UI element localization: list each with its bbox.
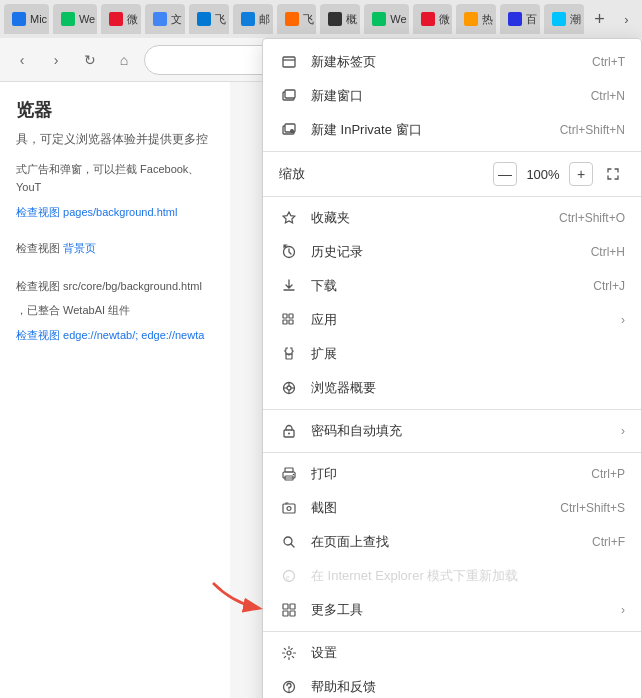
svg-rect-10 (283, 57, 295, 67)
tab-label-fei2: 飞 (303, 12, 314, 27)
find-icon (279, 532, 299, 552)
tab-label-weibo: 微 (127, 12, 138, 27)
tab-we2[interactable]: We (364, 4, 408, 34)
menu-item-extensions[interactable]: 扩展 (263, 337, 641, 371)
tab-eagle[interactable]: 概 (320, 4, 360, 34)
menu-item-ie-mode: e 在 Internet Explorer 模式下重新加载 (263, 559, 641, 593)
page-section2-label: 检查视图 背景页 (16, 240, 214, 258)
menu-label-print: 打印 (311, 465, 571, 483)
svg-point-30 (288, 433, 290, 435)
svg-rect-35 (283, 504, 295, 513)
menu-item-find[interactable]: 在页面上查找 Ctrl+F (263, 525, 641, 559)
menu-item-settings[interactable]: 设置 (263, 636, 641, 670)
svg-point-24 (287, 386, 291, 390)
svg-point-34 (293, 474, 295, 476)
menu-shortcut-screenshot: Ctrl+Shift+S (560, 501, 625, 515)
menu-item-new-inprivate[interactable]: 新建 InPrivate 窗口 Ctrl+Shift+N (263, 113, 641, 147)
help-icon (279, 677, 299, 697)
downloads-icon (279, 276, 299, 296)
zoom-minus-button[interactable]: — (493, 162, 517, 186)
tab-mail[interactable]: 邮 (233, 4, 273, 34)
page-section-2: 检查视图 背景页 (16, 240, 214, 258)
tab-mic[interactable]: Mic (4, 4, 49, 34)
tab-favicon-we (61, 12, 75, 26)
svg-rect-18 (283, 314, 287, 318)
menu-item-favorites[interactable]: 收藏夹 Ctrl+Shift+O (263, 201, 641, 235)
tab-trans[interactable]: 文 (145, 4, 185, 34)
menu-shortcut-new-tab: Ctrl+T (592, 55, 625, 69)
add-tab-button[interactable]: + (588, 5, 611, 33)
tab-chao[interactable]: 潮 (544, 4, 584, 34)
svg-point-46 (287, 651, 291, 655)
page-content: 览器 具，可定义浏览器体验并提供更多控 式广告和弹窗，可以拦截 Facebook… (0, 82, 230, 698)
forward-button[interactable]: › (42, 46, 70, 74)
menu-item-apps[interactable]: 应用 › (263, 303, 641, 337)
menu-label-browser-overview: 浏览器概要 (311, 379, 625, 397)
tab-label-eagle: 概 (346, 12, 357, 27)
tab-label-fei1: 飞 (215, 12, 226, 27)
menu-item-print[interactable]: 打印 Ctrl+P (263, 457, 641, 491)
menu-item-screenshot[interactable]: 截图 Ctrl+Shift+S (263, 491, 641, 525)
page-text-2: 检查视图 src/core/bg/background.html (16, 278, 214, 296)
menu-label-extensions: 扩展 (311, 345, 625, 363)
zoom-expand-button[interactable] (601, 162, 625, 186)
menu-divider-4 (263, 452, 641, 453)
tab-fei1[interactable]: 飞 (189, 4, 229, 34)
menu-label-new-window: 新建窗口 (311, 87, 571, 105)
menu-divider-3 (263, 409, 641, 410)
more-tabs-button[interactable]: › (615, 5, 638, 33)
menu-item-more-tools[interactable]: 更多工具 › (263, 593, 641, 627)
page-check-label: 检查视图 (16, 242, 63, 254)
tab-weibo2[interactable]: 微 (413, 4, 453, 34)
home-button[interactable]: ⌂ (110, 46, 138, 74)
new-window-icon (279, 86, 299, 106)
passwords-arrow: › (621, 424, 625, 438)
svg-line-38 (291, 544, 294, 547)
menu-item-new-window[interactable]: 新建窗口 Ctrl+N (263, 79, 641, 113)
page-link-1[interactable]: 检查视图 pages/background.html (16, 206, 177, 218)
menu-item-browser-overview[interactable]: 浏览器概要 (263, 371, 641, 405)
tab-hot[interactable]: 热 (456, 4, 496, 34)
menu-divider-1 (263, 151, 641, 152)
tab-label-mail: 邮 (259, 12, 270, 27)
tab-baidu[interactable]: 百 (500, 4, 540, 34)
menu-label-help: 帮助和反馈 (311, 678, 625, 696)
tab-fei2[interactable]: 飞 (277, 4, 317, 34)
page-link-background[interactable]: 背景页 (63, 242, 96, 254)
svg-text:e: e (286, 573, 290, 582)
menu-item-new-tab[interactable]: 新建标签页 Ctrl+T (263, 45, 641, 79)
tab-we[interactable]: We (53, 4, 97, 34)
tab-favicon-mail (241, 12, 255, 26)
tab-favicon-weibo2 (421, 12, 435, 26)
menu-item-passwords[interactable]: 密码和自动填充 › (263, 414, 641, 448)
menu-shortcut-print: Ctrl+P (591, 467, 625, 481)
tab-label-chao: 潮 (570, 12, 581, 27)
inprivate-icon (279, 120, 299, 140)
menu-label-settings: 设置 (311, 644, 625, 662)
zoom-plus-button[interactable]: + (569, 162, 593, 186)
page-text-1: 式广告和弹窗，可以拦截 Facebook、YouT (16, 161, 214, 196)
tab-label-mic: Mic (30, 13, 47, 25)
menu-shortcut-new-inprivate: Ctrl+Shift+N (560, 123, 625, 137)
menu-label-ie-mode: 在 Internet Explorer 模式下重新加载 (311, 567, 625, 585)
menu-item-downloads[interactable]: 下载 Ctrl+J (263, 269, 641, 303)
menu-item-history[interactable]: 历史记录 Ctrl+H (263, 235, 641, 269)
tab-favicon-weibo (109, 12, 123, 26)
tab-label-baidu: 百 (526, 12, 537, 27)
dropdown-menu: 新建标签页 Ctrl+T 新建窗口 Ctrl+N (262, 38, 642, 698)
menu-item-help[interactable]: 帮助和反馈 (263, 670, 641, 698)
tab-label-trans: 文 (171, 12, 182, 27)
refresh-button[interactable]: ↻ (76, 46, 104, 74)
tab-label-hot: 热 (482, 12, 493, 27)
svg-rect-20 (283, 320, 287, 324)
tab-weibo[interactable]: 微 (101, 4, 141, 34)
page-title: 览器 (16, 98, 214, 122)
tab-favicon-baidu (508, 12, 522, 26)
back-button[interactable]: ‹ (8, 46, 36, 74)
tab-favicon-fei1 (197, 12, 211, 26)
svg-rect-13 (285, 90, 295, 98)
apps-icon (279, 310, 299, 330)
settings-icon (279, 643, 299, 663)
svg-rect-43 (283, 611, 288, 616)
page-link-2[interactable]: 检查视图 edge://newtab/; edge://newta (16, 329, 204, 341)
